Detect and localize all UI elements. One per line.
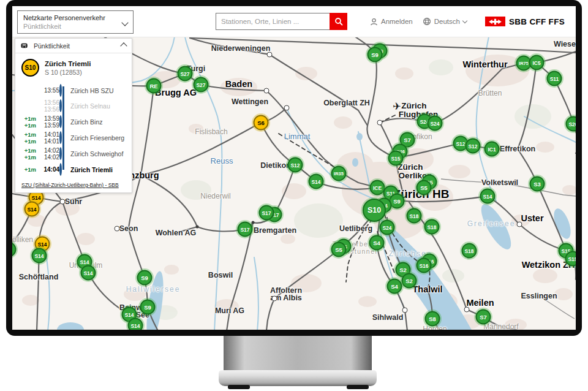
line-badge-s9[interactable]: S9 xyxy=(140,300,156,315)
line-badge-ic5[interactable]: IC5 xyxy=(529,55,545,70)
train-line-badge: S10 xyxy=(21,59,39,77)
map-label: Fislisbach xyxy=(195,127,227,136)
brand-text: SBB CFF FFS xyxy=(509,17,565,26)
map-label: Muri AG xyxy=(215,306,244,315)
line-badge-s14[interactable]: S14 xyxy=(480,189,496,204)
search-input[interactable] xyxy=(216,13,330,30)
toolbar-right: Anmelden Deutsch xyxy=(370,6,565,37)
line-badge-s24[interactable]: S24 xyxy=(428,116,443,131)
map-label: Oberglatt ZH xyxy=(323,99,370,107)
line-badge-s5[interactable]: S5 xyxy=(417,180,432,196)
line-badge-s4[interactable]: S4 xyxy=(369,235,385,251)
line-badge-s27[interactable]: S27 xyxy=(178,66,193,82)
language-button[interactable]: Deutsch xyxy=(423,17,467,26)
station-dot xyxy=(272,296,277,302)
map-label: Brütten xyxy=(478,89,502,97)
map-label: Limmat xyxy=(284,132,311,141)
train-title: Zürich Triemli xyxy=(45,59,91,68)
chevron-down-icon xyxy=(121,19,128,26)
line-badge-s3[interactable]: S3 xyxy=(530,177,545,192)
map-label: Winterthur xyxy=(462,59,507,69)
train-number: S 10 (12853) xyxy=(45,68,91,77)
line-badge-ic1[interactable]: IC1 xyxy=(484,142,500,157)
stop-marker xyxy=(59,163,62,176)
line-badge-s24[interactable]: S24 xyxy=(380,220,395,235)
line-badge-s15[interactable]: S15 xyxy=(565,251,576,267)
panel-footer: SZU (Sihltal-Zürich-Uetliberg-Bahn) - SB… xyxy=(21,182,119,188)
line-badge-s5[interactable]: S5 xyxy=(331,242,347,257)
map-label: Zürich xyxy=(401,101,426,110)
stop-row: +1m14:04Zürich Triemli xyxy=(15,162,132,177)
map-label: Baden xyxy=(225,79,252,89)
line-badge-s9[interactable]: S9 xyxy=(368,47,383,63)
line-badge-s17[interactable]: S17 xyxy=(259,205,274,221)
monitor-frame: NiederweningenWiesendangenTurgiBadenBrug… xyxy=(6,0,582,336)
line-badge-s27[interactable]: S27 xyxy=(194,77,209,93)
line-badge-s14[interactable]: S14 xyxy=(24,202,40,217)
operator-link[interactable]: SZU (Sihltal-Zürich-Uetliberg-Bahn) - SB… xyxy=(21,182,119,188)
line-badge-s11[interactable]: S11 xyxy=(547,71,562,86)
line-badge-s14[interactable]: S14 xyxy=(81,265,96,281)
line-badge-s10[interactable]: S10 xyxy=(363,199,386,222)
search-button[interactable] xyxy=(330,13,347,30)
map-label: Wettingen xyxy=(232,97,268,106)
line-badge-s8[interactable]: S8 xyxy=(425,311,440,327)
train-summary: S10 Zürich Triemli S 10 (12853) xyxy=(15,53,132,79)
map-label: Sihlwald xyxy=(372,313,404,322)
station-dot xyxy=(264,88,270,94)
map-label: Thalwil xyxy=(412,284,442,294)
globe-icon xyxy=(423,17,431,26)
monitor-base xyxy=(219,370,377,386)
line-badge-s7[interactable]: S7 xyxy=(476,309,491,325)
line-badge-s2[interactable]: S2 xyxy=(402,273,417,289)
line-badge-s18[interactable]: S18 xyxy=(424,219,440,235)
map-label: Greifensee xyxy=(467,219,516,228)
panel-header[interactable]: Pünktlichkeit xyxy=(15,39,132,53)
login-button[interactable]: Anmelden xyxy=(370,18,413,26)
panel-title: Pünktlichkeit xyxy=(34,42,116,50)
punctuality-panel: Pünktlichkeit S10 Zürich Triemli S 10 (1… xyxy=(15,38,132,193)
line-badge-s16[interactable]: S16 xyxy=(417,258,432,273)
screen: NiederweningenWiesendangenTurgiBadenBrug… xyxy=(12,6,576,330)
line-badge-re[interactable]: RE xyxy=(146,78,162,94)
chevron-down-icon xyxy=(462,18,467,23)
chevron-up-icon xyxy=(120,42,127,49)
stop-row: +1m+1m14:0114:01Zürich Friesenberg xyxy=(15,130,132,146)
line-badge-s6[interactable]: S6 xyxy=(254,115,269,131)
map-label: Esslingen xyxy=(521,292,557,300)
line-badge-s14[interactable]: S14 xyxy=(128,318,143,330)
language-label: Deutsch xyxy=(434,18,460,25)
line-badge-s4[interactable]: S4 xyxy=(387,279,402,294)
line-badge-s18[interactable]: S18 xyxy=(407,208,422,224)
line-badge-ir35[interactable]: IR35 xyxy=(331,166,347,181)
search-icon xyxy=(334,17,343,26)
layer-select-dropdown[interactable]: Netzkarte Personenverkehr Pünktlichkeit xyxy=(17,10,134,34)
line-badge-s14[interactable]: S14 xyxy=(32,248,47,264)
line-badge-s12[interactable]: S12 xyxy=(288,158,303,173)
map-label: Hallwilersee xyxy=(126,285,181,294)
stop-name: Zürich Triemli xyxy=(69,166,132,173)
map-label: Meilen xyxy=(466,298,494,308)
line-badge-s15[interactable]: S15 xyxy=(388,151,404,166)
stop-name: Zürich Selnau xyxy=(69,102,132,110)
map-label: Niederwil xyxy=(200,192,230,200)
station-dot xyxy=(196,226,199,229)
line-badge-s18[interactable]: S18 xyxy=(462,243,477,259)
line-badge-s17[interactable]: S17 xyxy=(238,222,253,237)
line-badge-s12[interactable]: S12 xyxy=(466,139,481,154)
map-label: Niederweningen xyxy=(211,44,271,53)
line-badge-s14[interactable]: S14 xyxy=(309,174,324,189)
sbb-logo[interactable]: SBB CFF FFS xyxy=(485,17,565,26)
monitor-foot xyxy=(347,385,369,389)
map-label: Zürich xyxy=(398,162,423,172)
stop-name: Zürich Schweighof xyxy=(69,150,132,158)
station-dot xyxy=(252,221,255,224)
map-label: Boswil xyxy=(208,271,233,279)
stop-marker xyxy=(59,115,62,128)
line-badge-s9[interactable]: S9 xyxy=(137,270,153,286)
map-label: Uster xyxy=(521,213,543,223)
map-label: Schöftland xyxy=(19,273,59,281)
station-dot xyxy=(464,307,470,313)
map-label: Effretikon xyxy=(500,145,535,153)
map-label: Wiesendangen xyxy=(554,40,576,48)
